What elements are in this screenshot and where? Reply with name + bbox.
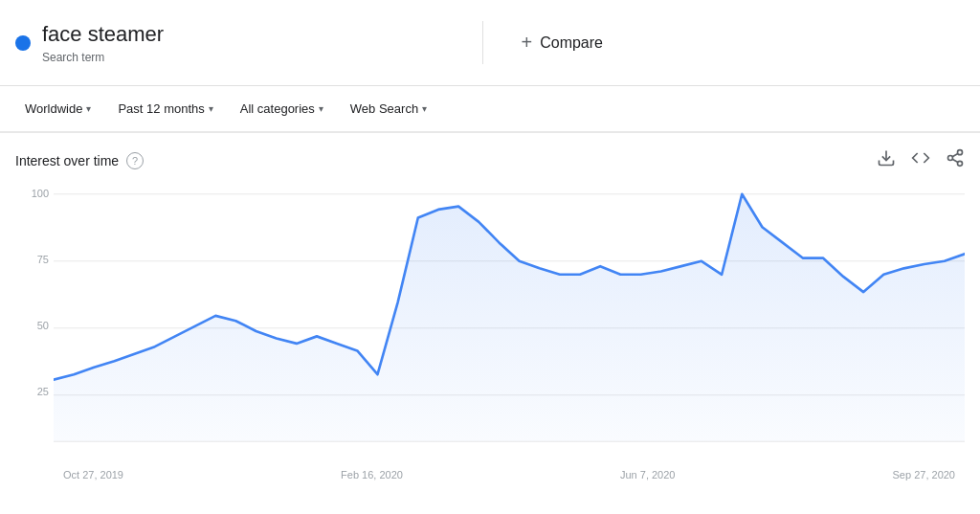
location-chevron-icon: ▾ — [86, 103, 91, 114]
compare-label: Compare — [540, 34, 603, 52]
y-label-25: 25 — [15, 386, 49, 397]
category-label: All categories — [240, 101, 315, 116]
x-label-jun2020: Jun 7, 2020 — [620, 469, 676, 480]
svg-point-2 — [948, 156, 953, 161]
y-label-100: 100 — [15, 188, 49, 199]
x-label-oct2019: Oct 27, 2019 — [63, 469, 123, 480]
category-filter[interactable]: All categories ▾ — [231, 96, 333, 122]
search-term-section: face steamer Search term — [15, 21, 483, 64]
time-filter[interactable]: Past 12 months ▾ — [108, 96, 222, 122]
help-icon[interactable]: ? — [126, 152, 144, 169]
help-question-mark: ? — [132, 155, 138, 167]
y-label-50: 50 — [15, 320, 49, 331]
compare-plus-icon: + — [522, 32, 533, 54]
term-info: face steamer Search term — [42, 21, 164, 64]
svg-point-3 — [958, 161, 963, 166]
share-button[interactable] — [946, 148, 965, 172]
download-button[interactable] — [877, 148, 896, 172]
y-axis-labels: 100 75 50 25 — [15, 184, 49, 452]
category-chevron-icon: ▾ — [319, 103, 323, 114]
term-name: face steamer — [42, 21, 164, 49]
term-color-dot — [15, 35, 31, 51]
compare-section[interactable]: + Compare — [483, 32, 966, 54]
chart-section: Interest over time ? — [0, 133, 980, 480]
svg-line-4 — [952, 159, 958, 162]
chart-title-row: Interest over time ? — [15, 152, 144, 169]
embed-button[interactable] — [911, 148, 930, 172]
chart-actions — [877, 148, 965, 172]
chart-header: Interest over time ? — [15, 148, 965, 172]
search-type-label: Web Search — [350, 101, 418, 116]
x-label-sep2020: Sep 27, 2020 — [893, 469, 955, 480]
x-label-feb2020: Feb 16, 2020 — [341, 469, 403, 480]
x-axis-labels: Oct 27, 2019 Feb 16, 2020 Jun 7, 2020 Se… — [54, 469, 965, 480]
term-type: Search term — [42, 51, 164, 64]
filters-bar: Worldwide ▾ Past 12 months ▾ All categor… — [0, 86, 980, 133]
svg-point-1 — [958, 150, 963, 155]
location-label: Worldwide — [25, 101, 82, 116]
location-filter[interactable]: Worldwide ▾ — [15, 96, 100, 122]
trend-line-chart — [54, 184, 965, 452]
chart-fill-area — [54, 194, 965, 441]
header: face steamer Search term + Compare — [0, 0, 980, 86]
chart-title: Interest over time — [15, 153, 119, 168]
time-chevron-icon: ▾ — [209, 103, 213, 114]
search-type-filter[interactable]: Web Search ▾ — [341, 96, 436, 122]
y-label-75: 75 — [15, 254, 49, 265]
time-label: Past 12 months — [118, 101, 204, 116]
chart-area: 100 75 50 25 — [15, 184, 965, 480]
search-type-chevron-icon: ▾ — [422, 103, 427, 114]
svg-line-5 — [952, 153, 958, 156]
